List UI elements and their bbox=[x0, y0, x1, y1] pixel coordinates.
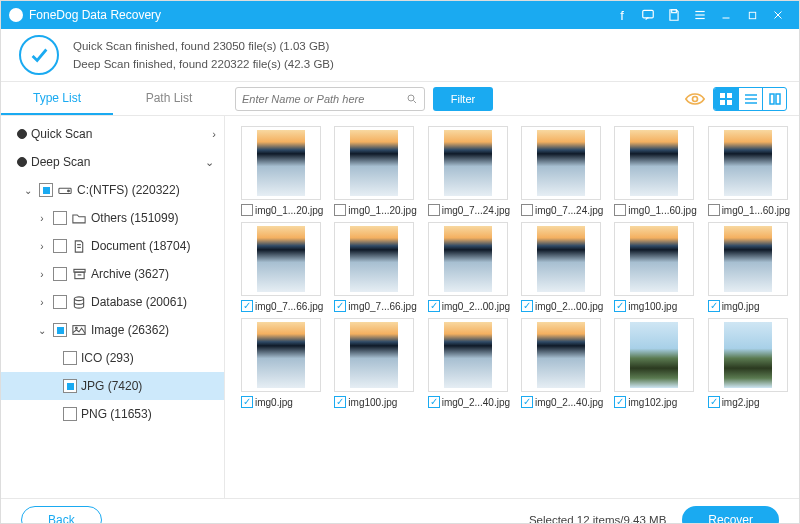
grid-item[interactable]: img100.jpg bbox=[334, 318, 417, 410]
grid-item[interactable]: img0_1...20.jpg bbox=[334, 126, 417, 218]
thumbnail bbox=[614, 318, 694, 392]
tree-deep-scan[interactable]: Deep Scan ⌄ bbox=[1, 148, 224, 176]
tree-jpg[interactable]: JPG (7420) bbox=[1, 372, 224, 400]
selection-status: Selected 12 items/9.43 MB bbox=[529, 514, 666, 525]
search-box[interactable] bbox=[235, 87, 425, 111]
checkbox[interactable] bbox=[708, 300, 720, 312]
checkbox[interactable] bbox=[428, 204, 440, 216]
checkbox-partial[interactable] bbox=[53, 323, 67, 337]
tree-others[interactable]: › Others (151099) bbox=[1, 204, 224, 232]
tree-archive[interactable]: › Archive (3627) bbox=[1, 260, 224, 288]
svg-rect-15 bbox=[727, 100, 732, 105]
preview-toggle-icon[interactable] bbox=[683, 87, 707, 111]
checkbox[interactable] bbox=[428, 396, 440, 408]
tree-png[interactable]: PNG (11653) bbox=[1, 400, 224, 428]
checkbox[interactable] bbox=[521, 396, 533, 408]
back-button[interactable]: Back bbox=[21, 506, 102, 525]
maximize-icon[interactable] bbox=[739, 1, 765, 29]
save-icon[interactable] bbox=[661, 1, 687, 29]
view-list-icon[interactable] bbox=[738, 88, 762, 110]
checkbox[interactable] bbox=[428, 300, 440, 312]
checkbox[interactable] bbox=[614, 300, 626, 312]
svg-rect-13 bbox=[727, 93, 732, 98]
file-name: img0_1...60.jpg bbox=[722, 205, 790, 216]
tab-type-list[interactable]: Type List bbox=[1, 83, 113, 115]
grid-item[interactable]: img0_2...40.jpg bbox=[521, 318, 604, 410]
grid-item[interactable]: img0_7...24.jpg bbox=[521, 126, 604, 218]
checkbox[interactable] bbox=[241, 396, 253, 408]
file-name: img100.jpg bbox=[348, 397, 397, 408]
grid-item[interactable]: img0_7...66.jpg bbox=[334, 222, 417, 314]
tree-quick-scan[interactable]: Quick Scan › bbox=[1, 120, 224, 148]
checkbox[interactable] bbox=[53, 267, 67, 281]
grid-item[interactable]: img0_2...00.jpg bbox=[521, 222, 604, 314]
view-detail-icon[interactable] bbox=[762, 88, 786, 110]
tree-drive[interactable]: ⌄ C:(NTFS) (220322) bbox=[1, 176, 224, 204]
grid-item[interactable]: img0_1...20.jpg bbox=[241, 126, 324, 218]
checkbox[interactable] bbox=[334, 300, 346, 312]
file-name: img0.jpg bbox=[722, 301, 760, 312]
tree-ico[interactable]: ICO (293) bbox=[1, 344, 224, 372]
close-icon[interactable] bbox=[765, 1, 791, 29]
recover-button[interactable]: Recover bbox=[682, 506, 779, 525]
checkbox[interactable] bbox=[63, 351, 77, 365]
checkbox[interactable] bbox=[334, 204, 346, 216]
checkbox[interactable] bbox=[521, 300, 533, 312]
file-name: img0_1...60.jpg bbox=[628, 205, 696, 216]
checkbox[interactable] bbox=[53, 295, 67, 309]
checkbox[interactable] bbox=[521, 204, 533, 216]
tree-image[interactable]: ⌄ Image (26362) bbox=[1, 316, 224, 344]
grid-item[interactable]: img100.jpg bbox=[614, 222, 697, 314]
thumbnail bbox=[334, 222, 414, 296]
thumbnail bbox=[428, 126, 508, 200]
checkbox[interactable] bbox=[708, 396, 720, 408]
grid-item[interactable]: img2.jpg bbox=[708, 318, 791, 410]
svg-rect-14 bbox=[720, 100, 725, 105]
chevron-right-icon: › bbox=[35, 269, 49, 280]
feedback-icon[interactable] bbox=[635, 1, 661, 29]
tree-label: C:(NTFS) (220322) bbox=[77, 183, 216, 197]
checkbox[interactable] bbox=[53, 239, 67, 253]
grid-item[interactable]: img0_1...60.jpg bbox=[614, 126, 697, 218]
checkbox[interactable] bbox=[241, 300, 253, 312]
search-input[interactable] bbox=[242, 93, 406, 105]
grid-item[interactable]: img0_2...40.jpg bbox=[428, 318, 511, 410]
svg-rect-0 bbox=[643, 10, 654, 18]
chevron-down-icon: ⌄ bbox=[21, 185, 35, 196]
file-name: img0_7...66.jpg bbox=[348, 301, 416, 312]
tree-database[interactable]: › Database (20061) bbox=[1, 288, 224, 316]
grid-item[interactable]: img0_2...00.jpg bbox=[428, 222, 511, 314]
filter-button[interactable]: Filter bbox=[433, 87, 493, 111]
file-name: img0_7...24.jpg bbox=[535, 205, 603, 216]
tab-path-list[interactable]: Path List bbox=[113, 83, 225, 115]
grid-item[interactable]: img0_1...60.jpg bbox=[708, 126, 791, 218]
checkbox[interactable] bbox=[614, 204, 626, 216]
grid-item[interactable]: img0.jpg bbox=[241, 318, 324, 410]
checkbox[interactable] bbox=[63, 407, 77, 421]
toolbar: Type List Path List Filter bbox=[1, 82, 799, 116]
view-grid-icon[interactable] bbox=[714, 88, 738, 110]
footer: Back Selected 12 items/9.43 MB Recover bbox=[1, 498, 799, 524]
grid-item[interactable]: img102.jpg bbox=[614, 318, 697, 410]
thumbnail bbox=[428, 222, 508, 296]
checkbox-partial[interactable] bbox=[63, 379, 77, 393]
grid-item[interactable]: img0_7...66.jpg bbox=[241, 222, 324, 314]
tree-label: Database (20061) bbox=[91, 295, 216, 309]
checkbox[interactable] bbox=[53, 211, 67, 225]
checkbox[interactable] bbox=[241, 204, 253, 216]
minimize-icon[interactable] bbox=[713, 1, 739, 29]
file-name: img0.jpg bbox=[255, 397, 293, 408]
checkbox[interactable] bbox=[334, 396, 346, 408]
facebook-icon[interactable]: f bbox=[609, 1, 635, 29]
tree-document[interactable]: › Document (18704) bbox=[1, 232, 224, 260]
grid-item[interactable]: img0.jpg bbox=[708, 222, 791, 314]
file-name: img0_1...20.jpg bbox=[255, 205, 323, 216]
grid-item[interactable]: img0_7...24.jpg bbox=[428, 126, 511, 218]
chevron-right-icon: › bbox=[212, 128, 216, 140]
checkbox[interactable] bbox=[708, 204, 720, 216]
drive-icon bbox=[57, 183, 73, 197]
thumbnail bbox=[708, 318, 788, 392]
checkbox[interactable] bbox=[614, 396, 626, 408]
menu-icon[interactable] bbox=[687, 1, 713, 29]
checkbox-partial[interactable] bbox=[39, 183, 53, 197]
